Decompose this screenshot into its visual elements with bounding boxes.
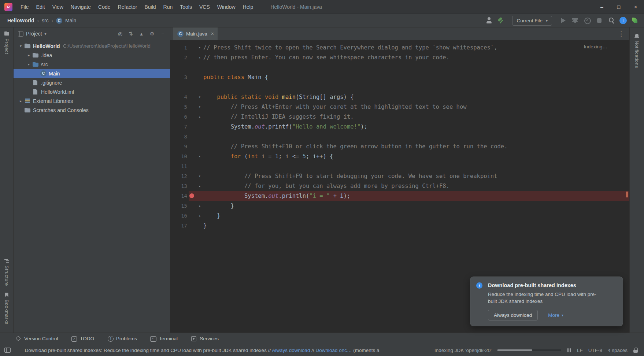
menu-navigate[interactable]: Navigate xyxy=(67,0,95,14)
code-line-text[interactable]: for (int i = 1; i <= 5; i++) { xyxy=(203,153,333,160)
menu-tools[interactable]: Tools xyxy=(176,0,196,14)
chevron-down-icon[interactable]: ▾ xyxy=(45,32,47,36)
locate-icon[interactable]: ◎ xyxy=(117,31,123,37)
menu-window[interactable]: Window xyxy=(214,0,239,14)
chevron-right-icon[interactable]: ▸ xyxy=(17,99,24,103)
menu-vcs[interactable]: VCS xyxy=(196,0,214,14)
code-line-text[interactable]: // for you, but you can always add more … xyxy=(203,183,449,189)
breadcrumb-item-src[interactable]: src xyxy=(42,18,49,23)
profile-icon[interactable] xyxy=(485,16,493,25)
code-line-text[interactable]: } xyxy=(203,212,221,219)
maximize-button[interactable]: □ xyxy=(610,0,627,14)
profiler-button[interactable] xyxy=(583,16,591,25)
tree-item-scratches-and-consoles[interactable]: Scratches and Consoles xyxy=(14,105,170,115)
code-line-text[interactable]: // Press Shift twice to open the Search … xyxy=(203,44,497,51)
menu-run[interactable]: Run xyxy=(160,0,177,14)
line-ending-widget[interactable]: LF xyxy=(577,348,583,353)
panel-title[interactable]: Project xyxy=(26,31,42,37)
update-available-icon[interactable]: ↑ xyxy=(619,17,627,24)
toolwindow-button-project[interactable]: Project xyxy=(4,31,10,54)
fold-toggle-icon[interactable]: ▾ xyxy=(196,45,203,49)
fold-toggle-icon[interactable]: ▴ xyxy=(196,204,203,208)
fold-toggle-icon[interactable]: ▾ xyxy=(196,95,203,99)
left-toolwindow-stripe: Project StructureBookmarks xyxy=(0,27,14,333)
menu-build[interactable]: Build xyxy=(141,0,159,14)
toolwindow-button-notifications[interactable]: Notifications xyxy=(634,33,640,68)
breadcrumb-item-main[interactable]: Main xyxy=(65,18,76,23)
breakpoint-dot-icon[interactable] xyxy=(189,193,194,198)
tree-item-main[interactable]: CMain xyxy=(14,69,170,78)
toolwindow-switcher-icon[interactable] xyxy=(4,348,11,353)
editor-scrollbar[interactable] xyxy=(625,40,629,333)
code-line-text[interactable]: public static void main(String[] args) { xyxy=(203,94,354,100)
code-line-text[interactable]: } xyxy=(203,203,234,209)
breakpoint-gutter[interactable] xyxy=(187,193,196,198)
code-line-text[interactable]: System.out.println("i = " + i); xyxy=(203,193,350,199)
fold-toggle-icon[interactable]: ▾ xyxy=(196,154,203,158)
code-line-text[interactable]: // Press Shift+F10 or click the green ar… xyxy=(203,143,508,150)
chevron-right-icon[interactable]: ▸ xyxy=(25,53,32,57)
close-button[interactable]: × xyxy=(627,0,644,14)
run-configuration-select[interactable]: Current File ▾ xyxy=(512,16,552,26)
fold-toggle-icon[interactable]: ▴ xyxy=(196,55,203,59)
toolwindow-button-terminal[interactable]: Terminal xyxy=(150,336,178,341)
collapse-icon[interactable]: ▴ xyxy=(138,31,144,37)
toolwindow-button-problems[interactable]: Problems xyxy=(107,336,137,341)
indent-widget[interactable]: 4 spaces xyxy=(608,348,628,353)
minimize-button[interactable]: – xyxy=(593,0,610,14)
tree-item-src[interactable]: ▾src xyxy=(14,60,170,69)
build-project-icon[interactable] xyxy=(497,16,505,25)
fold-toggle-icon[interactable]: ▾ xyxy=(196,105,203,109)
tree-item-idea[interactable]: ▸.idea xyxy=(14,51,170,60)
code-line-text[interactable]: } xyxy=(203,222,207,229)
pause-icon[interactable] xyxy=(567,348,571,353)
breadcrumb-item-helloworld[interactable]: HelloWorld xyxy=(7,18,34,23)
always-download-link[interactable]: Always download xyxy=(272,348,310,353)
toolwindow-button-services[interactable]: Services xyxy=(191,336,219,341)
code-line-text[interactable]: public class Main { xyxy=(203,74,268,81)
search-everywhere-icon[interactable] xyxy=(607,16,615,25)
download-once-link[interactable]: Download onc… xyxy=(315,348,352,353)
menu-refactor[interactable]: Refactor xyxy=(114,0,141,14)
close-tab-icon[interactable]: × xyxy=(211,31,214,37)
more-button[interactable]: More ▾ xyxy=(548,312,563,318)
stop-button[interactable] xyxy=(595,16,603,25)
debug-button[interactable] xyxy=(571,16,579,25)
code-with-me-icon[interactable] xyxy=(631,16,639,25)
chevron-down-icon[interactable]: ▾ xyxy=(17,44,24,48)
menu-file[interactable]: File xyxy=(17,0,33,14)
toolwindow-button-bookmarks[interactable]: Bookmarks xyxy=(4,292,10,325)
code-line-text[interactable]: // then press Enter. You can now see whi… xyxy=(203,54,449,61)
settings-icon[interactable]: ⚙ xyxy=(149,31,155,37)
tree-item-helloworld[interactable]: ▾HelloWorldC:\Users\neron\IdeaProjects\H… xyxy=(14,41,170,51)
chevron-down-icon[interactable]: ▾ xyxy=(25,62,32,66)
tree-item-external-libraries[interactable]: ▸External Libraries xyxy=(14,96,170,105)
encoding-widget[interactable]: UTF-8 xyxy=(588,348,602,353)
code-line-text[interactable]: System.out.printf("Hello and welcome!"); xyxy=(203,123,367,130)
tree-item-helloworld-iml[interactable]: HelloWorld.iml xyxy=(14,87,170,96)
fold-toggle-icon[interactable]: ▴ xyxy=(196,115,203,119)
run-button[interactable] xyxy=(559,16,567,25)
menu-code[interactable]: Code xyxy=(95,0,114,14)
tab-main-java[interactable]: C Main.java × xyxy=(173,27,218,40)
menu-edit[interactable]: Edit xyxy=(33,0,49,14)
tree-item-gitignore[interactable]: .gitignore xyxy=(14,78,170,87)
lock-icon[interactable] xyxy=(633,348,638,353)
expand-icon[interactable]: ⇅ xyxy=(128,31,134,37)
toolwindow-button-structure[interactable]: Structure xyxy=(4,258,10,286)
code-line: 14 System.out.println("i = " + i); xyxy=(170,191,629,201)
code-line-text[interactable]: // Press Shift+F9 to start debugging you… xyxy=(203,173,497,179)
fold-toggle-icon[interactable]: ▾ xyxy=(196,174,203,178)
fold-toggle-icon[interactable]: ▴ xyxy=(196,184,203,188)
code-line-text[interactable]: // IntelliJ IDEA suggests fixing it. xyxy=(203,114,354,120)
menu-view[interactable]: View xyxy=(49,0,67,14)
code-line-text[interactable]: // Press Alt+Enter with your caret at th… xyxy=(203,104,467,110)
menu-help[interactable]: Help xyxy=(239,0,257,14)
toolwindow-button-todo[interactable]: TODO xyxy=(71,336,94,341)
more-options-icon[interactable]: ⋮ xyxy=(618,30,624,38)
code-line: 3public class Main { xyxy=(170,72,629,82)
hide-icon[interactable]: − xyxy=(160,31,166,37)
always-download-button[interactable]: Always download xyxy=(488,310,538,320)
toolwindow-button-version-control[interactable]: Version Control xyxy=(15,336,58,341)
fold-toggle-icon[interactable]: ▴ xyxy=(196,214,203,218)
